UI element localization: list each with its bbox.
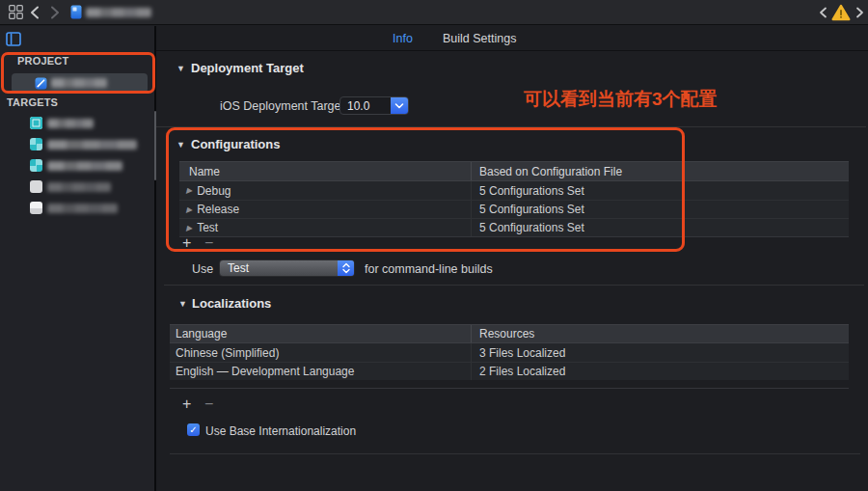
project-navigator-icon[interactable] bbox=[6, 32, 21, 46]
command-line-configuration-popup[interactable]: Test bbox=[219, 259, 355, 277]
section-divider bbox=[164, 285, 864, 286]
localization-row[interactable]: Chinese (Simplified) 3 Files Localized bbox=[170, 343, 849, 362]
configuration-file: 5 Configurations Set bbox=[471, 219, 849, 236]
configurations-table-header: Name Based on Configuration File bbox=[179, 162, 849, 181]
tab-info[interactable]: Info bbox=[393, 32, 413, 45]
remove-configuration-button[interactable]: − bbox=[204, 236, 213, 250]
row-disclosure-icon[interactable]: ▶ bbox=[186, 205, 192, 214]
language-name: Chinese (Simplified) bbox=[170, 346, 471, 360]
sidebar-target-row[interactable] bbox=[0, 135, 154, 155]
checkmark-icon: ✓ bbox=[189, 425, 197, 435]
sidebar-project-row[interactable] bbox=[12, 73, 148, 93]
localizations-disclosure-icon[interactable]: ▼ bbox=[178, 299, 187, 309]
section-divider bbox=[156, 126, 866, 127]
project-editor-sidebar: PROJECT TARGETS bbox=[0, 26, 154, 491]
configuration-name: Release bbox=[197, 203, 239, 216]
warning-badge-icon[interactable] bbox=[831, 4, 851, 21]
column-header-resources: Resources bbox=[471, 325, 849, 342]
tab-build-settings[interactable]: Build Settings bbox=[443, 32, 516, 45]
configuration-file: 5 Configurations Set bbox=[471, 201, 849, 218]
configuration-name: Test bbox=[197, 221, 218, 234]
configuration-name: Debug bbox=[197, 184, 231, 198]
column-header-name: Name bbox=[179, 165, 471, 178]
ios-deployment-target-combobox[interactable]: 10.0 bbox=[339, 96, 409, 115]
add-configuration-button[interactable]: + bbox=[182, 236, 191, 250]
annotation-text: 可以看到当前有3个配置 bbox=[524, 87, 718, 112]
remove-localization-button[interactable]: − bbox=[204, 397, 213, 411]
app-target-icon bbox=[30, 117, 42, 129]
toolbar bbox=[0, 0, 868, 25]
xcode-window: PROJECT TARGETS bbox=[0, 0, 868, 491]
sidebar-target-row[interactable] bbox=[0, 199, 154, 219]
combobox-button[interactable] bbox=[391, 97, 408, 114]
chevron-down-icon bbox=[394, 103, 404, 109]
deployment-section-title: Deployment Target bbox=[191, 61, 304, 75]
sidebar-target-row[interactable] bbox=[0, 177, 154, 198]
extension-target-icon bbox=[30, 159, 42, 172]
column-header-language: Language bbox=[170, 327, 471, 341]
localizations-table-header: Language Resources bbox=[170, 325, 849, 343]
test-target-icon bbox=[30, 180, 42, 193]
next-issue-icon[interactable] bbox=[855, 7, 864, 18]
configurations-table: Name Based on Configuration File ▶ Debug… bbox=[179, 161, 849, 237]
configuration-row-release[interactable]: ▶ Release 5 Configurations Set bbox=[179, 200, 849, 218]
localizations-section-title: Localizations bbox=[192, 296, 271, 311]
target-name-redacted bbox=[47, 140, 137, 150]
tabbar-divider bbox=[156, 50, 868, 51]
command-line-builds-label: for command-line builds bbox=[365, 262, 493, 276]
target-name-redacted bbox=[47, 119, 94, 128]
configuration-row-test[interactable]: ▶ Test 5 Configurations Set bbox=[179, 218, 849, 236]
jump-bar-project-item[interactable] bbox=[70, 5, 157, 20]
project-section-header: PROJECT bbox=[17, 55, 68, 67]
configuration-row-debug[interactable]: ▶ Debug 5 Configurations Set bbox=[179, 181, 849, 200]
row-disclosure-icon[interactable]: ▶ bbox=[186, 186, 192, 195]
bundle-target-icon bbox=[30, 202, 42, 214]
add-localization-button[interactable]: + bbox=[182, 397, 191, 411]
use-base-internationalization-checkbox[interactable]: ✓ bbox=[187, 423, 200, 436]
use-base-internationalization-label: Use Base Internationalization bbox=[205, 424, 356, 438]
previous-issue-icon[interactable] bbox=[819, 7, 827, 18]
project-document-icon bbox=[70, 5, 82, 19]
language-resources: 2 Files Localized bbox=[471, 363, 849, 380]
popup-button bbox=[338, 260, 354, 276]
combobox-value: 10.0 bbox=[347, 99, 369, 113]
column-header-config-file: Based on Configuration File bbox=[471, 162, 849, 180]
targets-section-header: TARGETS bbox=[7, 96, 58, 108]
configurations-section-title: Configurations bbox=[191, 137, 280, 151]
extension-target-icon bbox=[30, 138, 42, 150]
ios-deployment-target-label: iOS Deployment Target bbox=[220, 99, 344, 113]
back-icon[interactable] bbox=[30, 6, 40, 19]
target-name-redacted bbox=[47, 161, 122, 171]
forward-icon[interactable] bbox=[50, 6, 60, 19]
chevron-up-down-icon bbox=[342, 262, 350, 274]
language-name: English — Development Language bbox=[170, 365, 471, 378]
use-label: Use bbox=[192, 262, 213, 276]
related-items-icon[interactable] bbox=[9, 5, 23, 19]
sidebar-scrollbar-thumb[interactable] bbox=[154, 111, 156, 180]
language-resources: 3 Files Localized bbox=[471, 343, 849, 362]
project-name-redacted bbox=[86, 8, 151, 17]
project-icon bbox=[35, 77, 47, 90]
target-name-redacted bbox=[47, 182, 111, 192]
sidebar-divider[interactable] bbox=[154, 26, 156, 491]
sidebar-target-row[interactable] bbox=[0, 114, 154, 134]
configuration-file: 5 Configurations Set bbox=[471, 181, 849, 200]
project-name-redacted bbox=[51, 78, 107, 88]
localization-row[interactable]: English — Development Language 2 Files L… bbox=[170, 362, 849, 380]
localizations-table: Language Resources Chinese (Simplified) … bbox=[170, 324, 849, 389]
configurations-disclosure-icon[interactable]: ▼ bbox=[176, 140, 185, 150]
sidebar-target-row[interactable] bbox=[0, 156, 154, 177]
row-disclosure-icon[interactable]: ▶ bbox=[186, 224, 192, 232]
section-divider bbox=[170, 453, 860, 454]
target-name-redacted bbox=[47, 204, 118, 213]
deployment-disclosure-icon[interactable]: ▼ bbox=[176, 64, 185, 73]
popup-value: Test bbox=[228, 261, 249, 275]
